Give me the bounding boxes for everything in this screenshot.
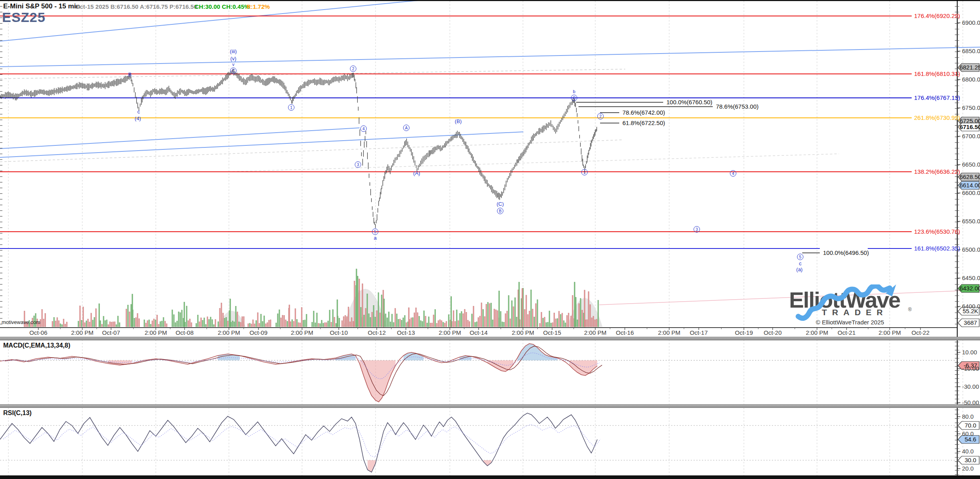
wave-label-B[interactable]: (B) <box>455 118 461 124</box>
time-axis-label[interactable]: Oct-07 <box>102 329 120 336</box>
volume-bar <box>108 324 109 327</box>
time-axis-label[interactable]: 2:00 PM <box>218 329 240 336</box>
wave-label-2[interactable]: 2 <box>597 113 604 119</box>
time-axis-label[interactable]: 2:00 PM <box>291 329 313 336</box>
wave-label-a[interactable]: a <box>374 235 376 241</box>
wave-label-c[interactable]: c <box>137 109 140 115</box>
volume-bar <box>567 316 567 327</box>
wave-label-3[interactable]: 3 <box>355 161 361 168</box>
wave-label-v[interactable]: (v) <box>230 56 236 62</box>
price-bar <box>353 73 354 78</box>
wave-label-a[interactable]: (a) <box>796 266 803 272</box>
price-bar <box>578 120 578 124</box>
price-bar <box>110 82 110 86</box>
wave-label-A[interactable]: A <box>403 125 409 131</box>
price-bar <box>18 94 18 98</box>
time-axis-label[interactable]: Oct-13 <box>397 329 415 336</box>
time-axis-label[interactable]: Oct-20 <box>763 329 781 336</box>
volume-bar <box>580 298 581 327</box>
wave-label-iii[interactable]: (iii) <box>230 48 237 54</box>
time-axis-label[interactable]: 2:00 PM <box>806 329 828 336</box>
volume-bar <box>473 306 474 327</box>
time-axis-label[interactable]: Oct-16 <box>616 329 634 336</box>
time-axis-label[interactable]: Oct-22 <box>911 329 929 336</box>
price-bar <box>157 89 157 95</box>
volume-bar <box>367 294 368 327</box>
volume-bar <box>80 306 80 327</box>
panel-separator[interactable] <box>0 404 980 408</box>
price-bar <box>500 194 501 197</box>
wave-label-v[interactable]: v <box>232 62 235 67</box>
wave-label-4[interactable]: (4) <box>135 115 141 121</box>
time-axis-label[interactable]: Oct-06 <box>29 329 47 336</box>
time-axis-label[interactable]: 2:00 PM <box>145 329 167 336</box>
time-axis-label[interactable]: Oct-12 <box>368 329 386 336</box>
volume-bar <box>304 320 305 327</box>
wave-label-4[interactable]: 4 <box>360 125 367 132</box>
price-bar <box>268 78 268 85</box>
volume-bar <box>423 311 424 327</box>
wave-label-5[interactable]: 5 <box>797 254 803 260</box>
volume-bar <box>157 315 157 327</box>
price-bar <box>242 78 243 82</box>
wave-label-4[interactable]: 4 <box>730 170 736 177</box>
time-axis-label[interactable]: Oct-17 <box>690 329 708 336</box>
price-bar <box>371 198 372 202</box>
price-bar <box>68 86 68 90</box>
volume-bar <box>373 305 374 327</box>
price-bar <box>3 94 4 97</box>
volume-bar <box>582 310 582 327</box>
volume-bar <box>62 324 62 327</box>
price-bar <box>181 89 182 92</box>
price-bar <box>315 80 316 85</box>
volume-bar <box>212 320 213 327</box>
price-bar <box>30 91 30 97</box>
time-axis-label[interactable]: 2:00 PM <box>512 329 534 336</box>
time-axis-label[interactable]: Oct-09 <box>249 329 267 336</box>
time-axis-label[interactable]: Oct-10 <box>330 329 348 336</box>
volume-bar <box>563 321 564 327</box>
price-bar <box>28 90 28 96</box>
price-bar <box>25 91 26 94</box>
time-axis-label[interactable]: Oct-21 <box>837 329 855 336</box>
price-bar <box>427 153 428 157</box>
price-bar <box>591 140 591 146</box>
time-axis-label[interactable]: 2:00 PM <box>584 329 606 336</box>
volume-bar <box>189 319 190 327</box>
wave-label-C[interactable]: C <box>230 68 237 74</box>
wave-label-5[interactable]: 5 <box>372 229 378 235</box>
time-axis-label[interactable]: Oct-14 <box>469 329 487 336</box>
wave-label-C[interactable]: C <box>571 95 577 101</box>
price-bar <box>379 197 380 201</box>
price-bar <box>461 136 462 139</box>
volume-bar <box>145 323 146 327</box>
price-bar <box>292 97 292 103</box>
time-axis-label[interactable]: 2:00 PM <box>879 329 901 336</box>
time-axis-label[interactable]: 2:00 PM <box>71 329 93 336</box>
price-bar <box>433 148 433 154</box>
time-axis-label[interactable]: Oct-15 <box>543 329 561 336</box>
price-bar <box>237 73 237 78</box>
wave-label-c[interactable]: c <box>799 260 802 266</box>
wave-label-1[interactable]: 1 <box>288 104 294 111</box>
wave-label-1[interactable]: 1 <box>581 169 588 175</box>
price-bar <box>523 152 523 157</box>
wave-label-C[interactable]: (C) <box>497 201 504 207</box>
chart-title: E-Mini S&P 500 - 15 min <box>3 2 80 10</box>
price-bar <box>343 75 344 80</box>
price-bar <box>34 90 34 97</box>
time-axis-label[interactable]: Oct-08 <box>175 329 193 336</box>
volume-bar <box>224 318 225 327</box>
time-axis-label[interactable]: 2:00 PM <box>658 329 680 336</box>
time-axis-label[interactable]: 2:00 PM <box>439 329 461 336</box>
wave-label-3[interactable]: 3 <box>694 226 700 233</box>
price-bar <box>167 87 168 93</box>
panel-separator[interactable] <box>0 337 980 340</box>
wave-label-B[interactable]: B <box>497 208 503 214</box>
wave-label-B[interactable]: B <box>128 72 132 78</box>
price-bar <box>161 88 162 94</box>
wave-label-b[interactable]: b <box>573 89 575 94</box>
time-axis-label[interactable]: Oct-19 <box>735 329 753 336</box>
wave-label-A[interactable]: (A) <box>413 170 420 176</box>
wave-label-2[interactable]: 2 <box>350 66 356 72</box>
